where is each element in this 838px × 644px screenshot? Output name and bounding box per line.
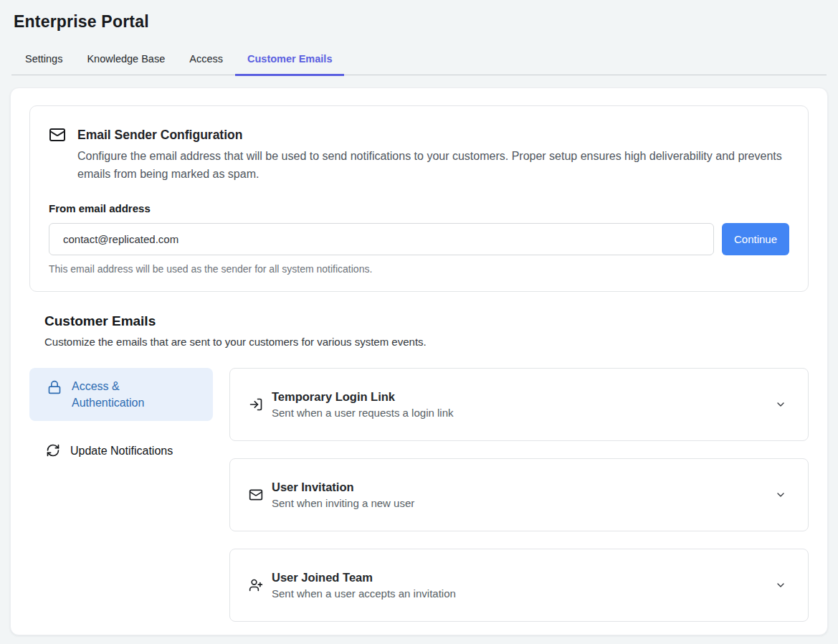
tab-customer-emails[interactable]: Customer Emails — [235, 45, 344, 76]
mail-icon — [49, 126, 66, 143]
page-header: Enterprise Portal — [0, 0, 838, 32]
page-title: Enterprise Portal — [14, 12, 824, 32]
tab-access[interactable]: Access — [177, 45, 235, 76]
from-email-input[interactable] — [49, 223, 714, 255]
tab-knowledge-base[interactable]: Knowledge Base — [75, 45, 177, 76]
category-access-authentication[interactable]: Access & Authentication — [29, 368, 213, 421]
category-label: Access & Authentication — [72, 378, 185, 411]
tab-settings[interactable]: Settings — [13, 45, 75, 76]
chevron-down-icon[interactable] — [775, 579, 786, 591]
refresh-icon — [46, 443, 60, 458]
email-card-title: User Invitation — [272, 480, 775, 494]
email-card-title: Temporary Login Link — [272, 390, 775, 404]
email-template-list: Temporary Login Link Sent when a user re… — [229, 368, 809, 622]
chevron-down-icon[interactable] — [775, 489, 786, 501]
continue-button[interactable]: Continue — [722, 223, 789, 255]
email-sender-configuration-card: Email Sender Configuration Configure the… — [29, 105, 809, 292]
chevron-down-icon[interactable] — [775, 399, 786, 410]
config-card-description: Configure the email address that will be… — [77, 148, 784, 184]
from-email-label: From email address — [49, 202, 789, 214]
from-email-helper-text: This email address will be used as the s… — [49, 263, 789, 275]
user-plus-icon — [249, 578, 263, 592]
email-card-user-invitation[interactable]: User Invitation Sent when inviting a new… — [229, 458, 809, 531]
config-card-title: Email Sender Configuration — [77, 128, 242, 143]
email-category-list: Access & Authentication Update Notificat… — [29, 368, 213, 622]
email-card-subtitle: Sent when a user requests a login link — [272, 407, 775, 419]
email-card-temporary-login-link[interactable]: Temporary Login Link Sent when a user re… — [229, 368, 809, 441]
mail-icon — [249, 488, 263, 502]
lock-icon — [47, 380, 62, 394]
customer-emails-heading: Customer Emails — [44, 313, 809, 329]
category-update-notifications[interactable]: Update Notifications — [29, 437, 213, 465]
email-card-subtitle: Sent when a user accepts an invitation — [272, 587, 775, 600]
email-card-subtitle: Sent when inviting a new user — [272, 497, 775, 509]
customer-emails-panel: Email Sender Configuration Configure the… — [10, 87, 828, 635]
category-label: Update Notifications — [70, 442, 173, 459]
customer-emails-description: Customize the emails that are sent to yo… — [44, 336, 809, 348]
email-card-title: User Joined Team — [272, 571, 775, 584]
tabs-bar: Settings Knowledge Base Access Customer … — [11, 45, 827, 75]
login-icon — [249, 397, 263, 412]
email-card-user-joined-team[interactable]: User Joined Team Sent when a user accept… — [229, 549, 809, 622]
